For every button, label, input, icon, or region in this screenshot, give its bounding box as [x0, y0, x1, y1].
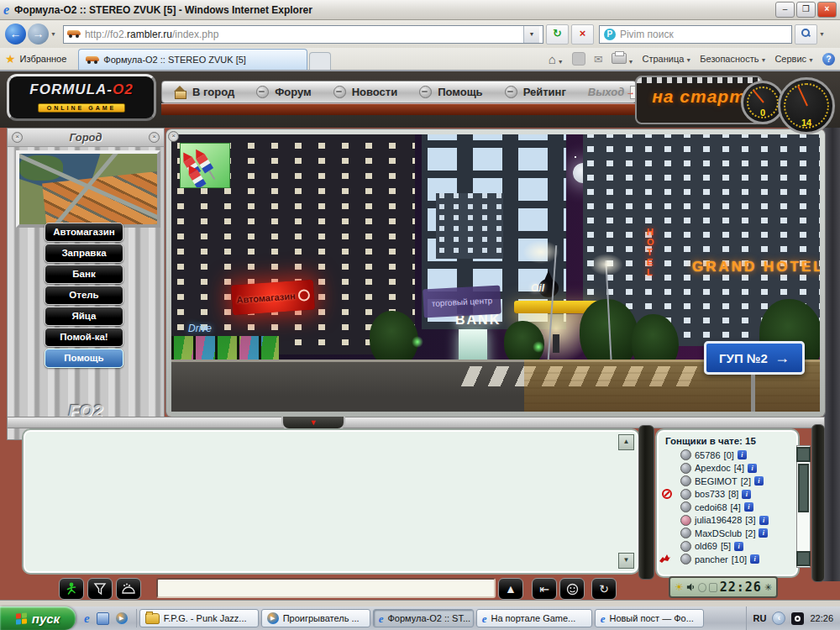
send-up-button[interactable]: ▲ [498, 578, 523, 600]
address-bar[interactable]: http://fo2.rambler.ru/index.php ▼ [63, 25, 543, 44]
sidebar-button-fuel[interactable]: Заправка [45, 244, 123, 263]
panel-grip[interactable] [638, 425, 654, 580]
favorites-label[interactable]: Избранное [20, 54, 67, 64]
smiles-button[interactable] [559, 578, 585, 600]
chat-user-row[interactable]: MaxDSclub[2] i [657, 527, 798, 540]
site-favicon-car-icon [67, 30, 81, 38]
restore-button[interactable]: ❒ [796, 2, 816, 18]
logo-subtitle: ONLINE GAME [38, 103, 125, 113]
chat-user-row[interactable]: BEGIMOT[2] i [657, 475, 798, 488]
panel-toggle-icon[interactable]: × [149, 132, 160, 143]
road-sign-gup2[interactable]: ГУП №2 → [704, 341, 805, 375]
quicklaunch-media-player-icon[interactable]: ▶ [116, 612, 128, 624]
chat-message-input[interactable] [156, 578, 496, 598]
home-button[interactable]: ⌂▼ [549, 52, 564, 66]
stop-button[interactable]: × [571, 24, 594, 45]
chat-mode-button[interactable] [116, 578, 141, 600]
rss-icon[interactable] [572, 52, 585, 66]
nav-news[interactable]: Новости [333, 86, 398, 98]
safety-menu[interactable]: Безопасность▼ [700, 54, 766, 64]
scroll-start-button[interactable]: ⇤ [532, 578, 557, 600]
user-info-icon[interactable]: i [759, 528, 768, 538]
help-icon[interactable]: ? [822, 53, 835, 66]
page-menu[interactable]: Страница▼ [642, 54, 691, 64]
chat-scroll-up[interactable]: ▲ [618, 434, 634, 450]
chat-user-row[interactable]: cedoi68[4] i [657, 501, 798, 514]
tools-menu[interactable]: Сервис▼ [774, 54, 814, 64]
userlist-scroll-down[interactable] [796, 551, 811, 566]
sidebar-button-carshop[interactable]: Автомагазин [45, 223, 123, 242]
chat-user-row[interactable]: bos733[8] i [657, 488, 798, 501]
refresh-button[interactable]: ↻ [546, 24, 569, 45]
gear-icon[interactable]: ✳ [764, 582, 772, 593]
user-info-icon[interactable]: i [750, 554, 759, 564]
quicklaunch-ie-icon[interactable]: e [84, 612, 90, 625]
userlist-scroll-up[interactable] [796, 447, 811, 462]
quicklaunch-desktop-icon[interactable] [97, 612, 109, 625]
sidebar-button-hotel[interactable]: Отель [45, 286, 123, 305]
favorites-star-icon[interactable]: ★ [5, 52, 16, 66]
user-info-icon[interactable]: i [748, 464, 757, 473]
taskbar-task[interactable]: ▶ Проигрыватель ... [261, 609, 370, 627]
new-tab-stub[interactable] [309, 52, 331, 70]
chat-user-row[interactable]: Apexdoc[4] i [657, 462, 798, 475]
minimize-button[interactable]: – [775, 2, 795, 18]
sidebar-button-bank[interactable]: Банк [45, 265, 123, 284]
oil-sign[interactable]: Oil [531, 282, 544, 294]
nav-city[interactable]: В город [174, 86, 234, 98]
grand-hotel-sign[interactable]: GRAND HOTEL [692, 259, 820, 276]
sidebar-button-eggs[interactable]: Яйца [45, 307, 123, 326]
chat-filter-button[interactable] [87, 578, 113, 600]
userlist-scroll-thumb[interactable] [798, 464, 809, 512]
chat-user-row[interactable]: pancher[10] i [657, 553, 798, 566]
sidebar-button-help[interactable]: Помощь [45, 349, 123, 368]
start-button[interactable]: пуск [0, 606, 76, 630]
user-info-icon[interactable]: i [738, 450, 747, 459]
panel-toggle-icon[interactable]: × [12, 132, 23, 143]
close-button[interactable]: × [817, 2, 837, 18]
language-indicator[interactable]: RU [753, 613, 767, 623]
mall-sign[interactable]: торговый центр [423, 286, 501, 318]
history-dropdown-icon[interactable]: ▼ [50, 31, 56, 37]
user-info-icon[interactable]: i [742, 490, 751, 499]
search-button[interactable] [795, 24, 817, 45]
taskbar-task[interactable]: F.P.G. - Punk Jazz... [139, 609, 259, 627]
sidebar-button-wash[interactable]: Помой-ка! [45, 328, 123, 347]
speaker-icon[interactable] [686, 582, 696, 592]
refresh-icon: ↻ [599, 582, 609, 596]
city-map-thumbnail[interactable] [16, 150, 160, 228]
brightness-icon[interactable]: ☀ [675, 581, 684, 593]
globe-face-icon [566, 583, 579, 596]
mail-icon[interactable]: ✉ [594, 53, 603, 66]
panel-toggle-icon[interactable]: × [168, 131, 179, 142]
address-dropdown-button[interactable]: ▼ [523, 26, 539, 43]
taskbar-task[interactable]: e Новый пост — Фо... [595, 609, 704, 627]
refresh-chat-button[interactable]: ↻ [591, 578, 617, 600]
browser-tab[interactable]: Формула-О2 :: STEREO ZVUK [5] [78, 49, 307, 70]
taskbar-task[interactable]: e На портале Game... [476, 609, 592, 627]
user-info-icon[interactable]: i [744, 502, 753, 512]
user-info-icon[interactable]: i [734, 542, 743, 551]
lamp-glow [522, 240, 559, 264]
user-avatar-icon [680, 463, 691, 474]
chat-user-row[interactable]: 65786[0] i [657, 449, 798, 462]
user-info-icon[interactable]: i [754, 476, 764, 486]
user-info-icon[interactable]: i [759, 516, 769, 525]
taskbar-task-active[interactable]: e Формула-О2 :: ST... [373, 609, 474, 627]
chat-user-row[interactable]: old69[5] i [657, 540, 798, 554]
chat-action-button[interactable] [59, 578, 84, 600]
print-button[interactable]: ▼ [612, 53, 634, 66]
chat-scroll-down[interactable]: ▼ [618, 553, 634, 569]
tray-chevron-icon[interactable]: ‹ [772, 612, 785, 625]
chat-user-row[interactable]: julia196428[3] i [657, 514, 798, 528]
search-options-dropdown-icon[interactable]: ▼ [819, 31, 825, 37]
nav-forum[interactable]: Форум [256, 86, 311, 98]
fireworks-badge[interactable] [180, 143, 230, 188]
back-button[interactable]: ← [5, 24, 26, 45]
car-shop-neon-sign[interactable]: Автомагазин [231, 280, 315, 316]
steam-tray-icon[interactable] [791, 612, 804, 625]
nav-rating[interactable]: Рейтинг [505, 86, 566, 98]
forward-button[interactable]: → [28, 24, 49, 45]
nav-help[interactable]: Помощь [419, 86, 482, 98]
search-box[interactable]: P Pivim поиск [599, 25, 792, 44]
